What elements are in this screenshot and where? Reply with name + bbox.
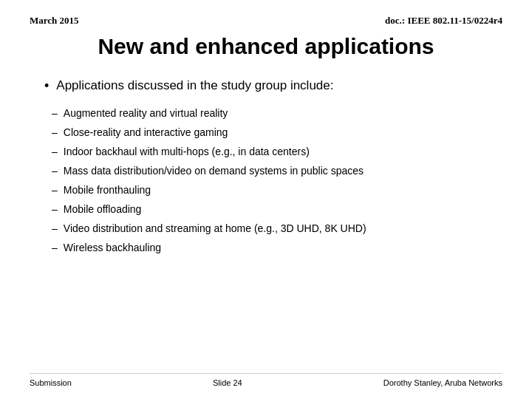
- list-item: –Mobile fronthauling: [52, 183, 502, 198]
- dash-icon: –: [52, 163, 58, 179]
- sub-item-text: Wireless backhauling: [64, 240, 161, 256]
- dash-icon: –: [52, 183, 58, 198]
- dash-icon: –: [52, 106, 58, 121]
- list-item: –Wireless backhauling: [52, 240, 502, 256]
- sub-item-text: Indoor backhaul with multi-hops (e.g., i…: [64, 144, 310, 160]
- list-item: –Mass data distribution/video on demand …: [52, 163, 502, 179]
- sub-item-text: Mobile offloading: [64, 202, 142, 217]
- footer: Submission Slide 24 Dorothy Stanley, Aru…: [30, 373, 502, 387]
- list-item: –Indoor backhaul with multi-hops (e.g., …: [52, 144, 502, 160]
- main-title: New and enhanced applications: [30, 34, 502, 59]
- dash-icon: –: [52, 202, 58, 217]
- list-item: –Close-reality and interactive gaming: [52, 125, 502, 140]
- sub-item-text: Augmented reality and virtual reality: [64, 106, 228, 121]
- sub-item-text: Video distribution and streaming at home…: [64, 221, 366, 236]
- title-section: New and enhanced applications: [30, 34, 502, 59]
- sub-item-text: Mobile fronthauling: [64, 183, 151, 198]
- slide: March 2015 doc.: IEEE 802.11-15/0224r4 N…: [0, 0, 532, 399]
- bullet-dot: •: [44, 77, 49, 95]
- list-item: –Augmented reality and virtual reality: [52, 106, 502, 121]
- sub-list: –Augmented reality and virtual reality–C…: [52, 106, 502, 256]
- header: March 2015 doc.: IEEE 802.11-15/0224r4: [30, 15, 502, 27]
- sub-item-text: Close-reality and interactive gaming: [64, 125, 228, 140]
- list-item: –Mobile offloading: [52, 202, 502, 217]
- header-date: March 2015: [30, 15, 79, 27]
- footer-author: Dorothy Stanley, Aruba Networks: [383, 378, 502, 387]
- dash-icon: –: [52, 144, 58, 160]
- dash-icon: –: [52, 240, 58, 256]
- dash-icon: –: [52, 221, 58, 236]
- header-doc: doc.: IEEE 802.11-15/0224r4: [385, 15, 502, 27]
- bullet-text: Applications discussed in the study grou…: [56, 77, 333, 95]
- dash-icon: –: [52, 125, 58, 140]
- content-section: • Applications discussed in the study gr…: [30, 77, 502, 256]
- list-item: –Video distribution and streaming at hom…: [52, 221, 502, 236]
- footer-slide: Slide 24: [213, 378, 242, 387]
- main-bullet: • Applications discussed in the study gr…: [44, 77, 502, 95]
- footer-submission: Submission: [30, 378, 72, 387]
- sub-item-text: Mass data distribution/video on demand s…: [64, 163, 364, 179]
